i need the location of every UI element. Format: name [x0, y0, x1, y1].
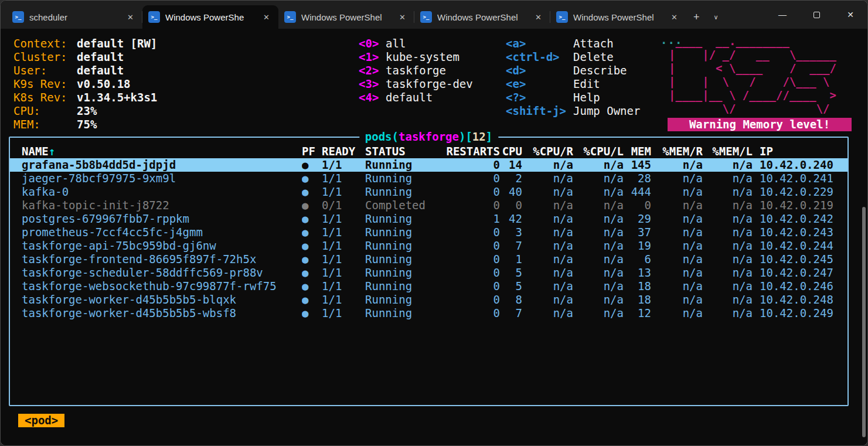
- pod-row[interactable]: prometheus-7ccf4cc5fc-j4gmm ● 1/1 Runnin…: [10, 226, 847, 239]
- col-name[interactable]: NAME↑: [22, 145, 302, 158]
- pod-mem: 18: [624, 280, 651, 293]
- terminal-tab[interactable]: >_ Windows PowerShel ✕: [414, 5, 550, 29]
- pod-ready: 1/1: [322, 226, 365, 239]
- tab-close-icon[interactable]: ✕: [260, 12, 273, 23]
- hotkey-label: Delete: [573, 50, 614, 64]
- info-value: default: [77, 50, 124, 64]
- pod-status: Running: [365, 226, 434, 239]
- pod-name: jaeger-78bcf97975-9xm9l: [22, 172, 302, 185]
- pod-mem-r: n/a: [651, 172, 703, 185]
- info-value: 75%: [77, 118, 97, 131]
- cluster-info-line: K9s Rev: v0.50.18: [13, 77, 157, 91]
- pod-row[interactable]: taskforge-api-75bc959bd-gj6nw ● 1/1 Runn…: [10, 239, 847, 253]
- pod-mem-l: n/a: [703, 280, 753, 293]
- pod-cpu: 7: [500, 307, 522, 320]
- col-cpu-r[interactable]: %CPU/R: [522, 145, 573, 158]
- pod-row[interactable]: taskforge-worker-d45b5b5b5-blqxk ● 1/1 R…: [10, 293, 847, 307]
- pod-ip: 10.42.0.245: [753, 253, 844, 266]
- title-bracket: )[: [459, 130, 472, 143]
- pod-mem-l: n/a: [703, 239, 753, 253]
- title-count: 12: [472, 130, 486, 143]
- hotkey-key: <4>: [359, 91, 379, 104]
- pod-row[interactable]: grafana-5b8b4dd5d-jdpjd ● 1/1 Running 0 …: [10, 158, 847, 172]
- pod-cpu-l: n/a: [573, 212, 624, 226]
- col-cpu[interactable]: CPU: [500, 145, 522, 158]
- tab-dropdown-button[interactable]: ∨: [707, 5, 726, 29]
- col-mem-r[interactable]: %MEM/R: [651, 145, 703, 158]
- tab-close-icon[interactable]: ✕: [396, 12, 409, 23]
- col-ready[interactable]: READY: [322, 145, 365, 158]
- pod-mem: 37: [624, 226, 651, 239]
- pod-row[interactable]: taskforge-scheduler-58ddffc569-pr88v ● 1…: [10, 266, 847, 280]
- tab-close-icon[interactable]: ✕: [532, 12, 544, 23]
- command-hotkey[interactable]: <shift-j> Jump Owner: [506, 104, 640, 118]
- pod-cpu: 7: [500, 239, 522, 253]
- namespace-hotkey[interactable]: <4> default: [359, 91, 473, 104]
- pod-mem: 444: [624, 185, 651, 199]
- col-pf[interactable]: PF: [302, 145, 322, 158]
- col-mem-l[interactable]: %MEM/L: [703, 145, 753, 158]
- k9s-terminal: Context: default [RW] Cluster: default U…: [1, 29, 867, 445]
- col-status[interactable]: STATUS: [365, 145, 434, 158]
- terminal-tab[interactable]: >_ Windows PowerShel ✕: [550, 5, 686, 29]
- pod-cpu-l: n/a: [573, 253, 624, 266]
- pod-row[interactable]: postgres-679967fbb7-rppkm ● 1/1 Running …: [10, 212, 847, 226]
- pod-row[interactable]: taskforge-websockethub-97c99877f-rwf75 ●…: [10, 280, 847, 293]
- col-mem[interactable]: MEM: [624, 145, 651, 158]
- pod-pf-icon: ●: [302, 185, 322, 199]
- terminal-tab[interactable]: >_ scheduler ✕: [6, 5, 142, 29]
- command-hotkey[interactable]: <ctrl-d> Delete: [506, 50, 640, 64]
- pod-cpu-r: n/a: [522, 280, 573, 293]
- terminal-tab[interactable]: >_ Windows PowerShel ✕: [278, 5, 414, 29]
- info-value: 23%: [77, 104, 97, 118]
- pod-mem-r: n/a: [651, 307, 703, 320]
- tab-close-icon[interactable]: ✕: [124, 12, 137, 23]
- pod-cpu: 3: [500, 226, 522, 239]
- namespace-hotkey[interactable]: <3> taskforge-dev: [359, 77, 473, 91]
- pod-cpu: 1: [500, 253, 522, 266]
- command-hotkey[interactable]: <e> Edit: [506, 77, 640, 91]
- pod-ip: 10.42.0.242: [753, 212, 844, 226]
- pod-mem-l: n/a: [703, 226, 753, 239]
- command-hotkey[interactable]: <?> Help: [506, 91, 640, 104]
- pod-status: Running: [365, 293, 434, 307]
- pod-ip: 10.42.0.240: [753, 158, 844, 172]
- col-ip[interactable]: IP: [753, 145, 844, 158]
- pod-row[interactable]: kafka-0 ● 1/1 Running 0 40 n/a n/a 444 n…: [10, 185, 847, 199]
- pod-status: Running: [365, 172, 434, 185]
- new-tab-button[interactable]: +: [686, 5, 707, 29]
- namespace-hotkey[interactable]: <0> all: [359, 37, 473, 50]
- scrollbar[interactable]: [862, 207, 866, 437]
- command-hotkey[interactable]: <d> Describe: [506, 64, 640, 77]
- pod-row[interactable]: kafka-topic-init-j8722 ● 0/1 Completed 0…: [10, 199, 847, 212]
- pod-row[interactable]: taskforge-worker-d45b5b5b5-wbsf8 ● 1/1 R…: [10, 307, 847, 320]
- pod-pf-icon: ●: [302, 239, 322, 253]
- pod-status: Running: [365, 239, 434, 253]
- pod-pf-icon: ●: [302, 280, 322, 293]
- command-hotkey[interactable]: <a> Attach: [506, 37, 640, 50]
- close-button[interactable]: ✕: [833, 1, 867, 29]
- tab-close-icon[interactable]: ✕: [668, 12, 680, 23]
- info-value: default [RW]: [77, 37, 157, 50]
- pod-mem-l: n/a: [703, 199, 753, 212]
- pod-mem-l: n/a: [703, 185, 753, 199]
- pod-ready: 1/1: [322, 158, 365, 172]
- title-namespace: taskforge: [399, 130, 459, 143]
- pod-row[interactable]: jaeger-78bcf97975-9xm9l ● 1/1 Running 0 …: [10, 172, 847, 185]
- maximize-button[interactable]: [799, 1, 833, 29]
- pods-panel: pods(taskforge)[12] NAME↑ PF READY STATU…: [9, 137, 849, 406]
- namespace-hotkey[interactable]: <2> taskforge: [359, 64, 473, 77]
- minimize-button[interactable]: —: [765, 1, 799, 29]
- terminal-tab[interactable]: >_ Windows PowerShe ✕: [142, 5, 278, 29]
- pod-cpu-r: n/a: [522, 239, 573, 253]
- hotkey-key: <shift-j>: [506, 104, 573, 118]
- namespace-hotkey[interactable]: <1> kube-system: [359, 50, 473, 64]
- col-cpu-l[interactable]: %CPU/L: [573, 145, 624, 158]
- pod-name: taskforge-scheduler-58ddffc569-pr88v: [22, 266, 302, 280]
- pod-name: kafka-topic-init-j8722: [22, 199, 302, 212]
- col-restarts[interactable]: RESTARTS: [434, 145, 500, 158]
- sort-arrow-icon: ↑: [49, 145, 55, 158]
- pod-row[interactable]: taskforge-frontend-86695f897f-72h5x ● 1/…: [10, 253, 847, 266]
- info-label: Context:: [13, 37, 77, 50]
- pod-ready: 1/1: [322, 239, 365, 253]
